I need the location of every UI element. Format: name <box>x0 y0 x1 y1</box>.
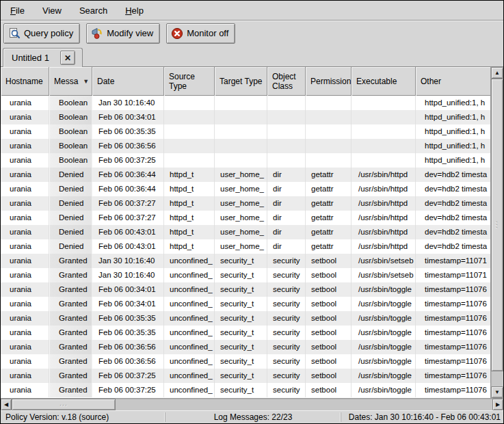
cell-other: timestamp=11076 <box>416 369 490 383</box>
cell-permission <box>306 153 352 168</box>
cell-date: Feb 06 00:36:56 <box>92 340 164 354</box>
cell-permission: getattr <box>306 239 352 254</box>
cell-object_class: security <box>267 311 306 326</box>
cell-message: Denied <box>49 239 92 254</box>
cell-permission: getattr <box>306 211 352 225</box>
table-row[interactable]: uraniaDeniedFeb 06 00:36:44httpd_tuser_h… <box>1 182 490 196</box>
modify-view-button[interactable]: Modify view <box>86 23 160 44</box>
cell-source_type: unconfined_ <box>164 268 215 282</box>
column-header-hostname[interactable]: Hostname <box>1 67 49 96</box>
cell-target_type <box>215 96 267 110</box>
modify-view-icon <box>91 27 103 40</box>
cell-source_type: unconfined_ <box>164 354 215 369</box>
column-header-date[interactable]: Date <box>92 67 164 96</box>
cell-source_type: unconfined_ <box>164 282 215 297</box>
cell-target_type <box>215 124 267 139</box>
cell-date: Feb 06 00:35:35 <box>92 311 164 326</box>
cell-executable: /usr/sbin/httpd <box>352 211 416 225</box>
cell-executable: /usr/sbin/httpd <box>352 168 416 182</box>
column-header-message[interactable]: Messa▼ <box>49 67 92 96</box>
horizontal-scrollbar[interactable]: ◀ ··· ▶ <box>1 398 503 410</box>
cell-object_class <box>267 110 306 124</box>
cell-object_class: security <box>267 383 306 397</box>
cell-source_type <box>164 96 215 110</box>
menu-help[interactable]: Help <box>118 3 150 18</box>
cell-permission <box>306 96 352 110</box>
column-header-executable[interactable]: Executable <box>352 67 416 96</box>
cell-permission: setbool <box>306 297 352 311</box>
table-row[interactable]: uraniaDeniedFeb 06 00:37:27httpd_tuser_h… <box>1 211 490 225</box>
horizontal-scrollbar-trough[interactable] <box>116 399 492 410</box>
table-row[interactable]: uraniaGrantedFeb 06 00:36:56unconfined_s… <box>1 340 490 354</box>
table-row[interactable]: uraniaGrantedFeb 06 00:37:25unconfined_s… <box>1 369 490 383</box>
cell-date: Feb 06 00:36:44 <box>92 182 164 196</box>
cell-target_type: security_t <box>215 311 267 326</box>
cell-target_type: security_t <box>215 383 267 397</box>
table-row[interactable]: uraniaDeniedFeb 06 00:36:44httpd_tuser_h… <box>1 168 490 182</box>
cell-permission: getattr <box>306 168 352 182</box>
tab-untitled-1[interactable]: Untitled 1 ✕ <box>3 48 83 67</box>
dates-status: Dates: Jan 30 10:16:40 - Feb 06 00:43:01 <box>341 412 503 422</box>
table-row[interactable]: uraniaBooleanFeb 06 00:35:35httpd_unifie… <box>1 124 490 139</box>
query-policy-button[interactable]: Query policy <box>3 23 80 44</box>
table-row[interactable]: uraniaDeniedFeb 06 00:37:27httpd_tuser_h… <box>1 196 490 211</box>
table-row[interactable]: uraniaBooleanFeb 06 00:37:25httpd_unifie… <box>1 153 490 168</box>
menu-file[interactable]: File <box>3 3 31 18</box>
table-row[interactable]: uraniaBooleanFeb 06 00:34:01httpd_unifie… <box>1 110 490 124</box>
table-row[interactable]: uraniaGrantedJan 30 10:16:40unconfined_s… <box>1 268 490 282</box>
scroll-right-arrow-icon[interactable]: ▶ <box>492 399 503 410</box>
cell-hostname: urania <box>1 383 49 397</box>
cell-date: Feb 06 00:37:27 <box>92 211 164 225</box>
policy-version-status: Policy Version: v.18 (source) <box>1 412 165 422</box>
log-table: HostnameMessa▼DateSource TypeTarget Type… <box>1 67 490 398</box>
table-row[interactable]: uraniaGrantedFeb 06 00:35:35unconfined_s… <box>1 311 490 326</box>
table-row[interactable]: uraniaGrantedFeb 06 00:36:56unconfined_s… <box>1 354 490 369</box>
cell-date: Feb 06 00:37:25 <box>92 153 164 168</box>
cell-target_type: security_t <box>215 340 267 354</box>
cell-target_type: security_t <box>215 326 267 340</box>
cell-hostname: urania <box>1 110 49 124</box>
cell-message: Denied <box>49 225 92 239</box>
cell-hostname: urania <box>1 168 49 182</box>
table-row[interactable]: uraniaDeniedFeb 06 00:43:01httpd_tuser_h… <box>1 225 490 239</box>
cell-object_class: dir <box>267 196 306 211</box>
cell-source_type: httpd_t <box>164 239 215 254</box>
horizontal-scrollbar-thumb[interactable]: ··· <box>12 399 116 410</box>
cell-other: dev=hdb2 timesta <box>416 211 490 225</box>
cell-source_type <box>164 153 215 168</box>
table-row[interactable]: uraniaGrantedFeb 06 00:37:25unconfined_s… <box>1 383 490 397</box>
table-row[interactable]: uraniaGrantedFeb 06 00:35:35unconfined_s… <box>1 326 490 340</box>
scroll-left-arrow-icon[interactable]: ◀ <box>1 399 12 410</box>
table-row[interactable]: uraniaDeniedFeb 06 00:43:01httpd_tuser_h… <box>1 239 490 254</box>
menu-view[interactable]: View <box>36 3 68 18</box>
column-header-permission[interactable]: Permission <box>306 67 352 96</box>
vertical-scrollbar[interactable]: ▲ ··· ▼ <box>490 67 503 398</box>
table-row[interactable]: uraniaGrantedJan 30 10:16:40unconfined_s… <box>1 254 490 268</box>
cell-other: httpd_unified:1, h <box>416 96 490 110</box>
table-row[interactable]: uraniaBooleanFeb 06 00:36:56httpd_unifie… <box>1 139 490 153</box>
column-header-label: Hostname <box>5 77 43 86</box>
toolbar-button-label: Monitor off <box>187 28 228 38</box>
tab-close-button[interactable]: ✕ <box>60 51 75 65</box>
column-header-source_type[interactable]: Source Type <box>164 67 215 96</box>
cell-permission: getattr <box>306 196 352 211</box>
scroll-up-arrow-icon[interactable]: ▲ <box>491 67 503 79</box>
column-header-label: Source Type <box>169 72 212 92</box>
column-header-target_type[interactable]: Target Type <box>215 67 267 96</box>
vertical-scrollbar-trough[interactable] <box>491 371 503 386</box>
app-window: FileViewSearchHelp Query policyModify vi… <box>0 0 504 424</box>
scroll-down-arrow-icon[interactable]: ▼ <box>491 386 503 398</box>
vertical-scrollbar-thumb[interactable]: ··· <box>491 79 503 371</box>
table-row[interactable]: uraniaBooleanJan 30 10:16:40httpd_unifie… <box>1 96 490 110</box>
cell-executable <box>352 153 416 168</box>
cell-object_class: security <box>267 340 306 354</box>
table-row[interactable]: uraniaGrantedFeb 06 00:34:01unconfined_s… <box>1 282 490 297</box>
monitor-off-button[interactable]: Monitor off <box>166 23 235 44</box>
cell-target_type: user_home_ <box>215 182 267 196</box>
menu-search[interactable]: Search <box>72 3 114 18</box>
cell-target_type: security_t <box>215 282 267 297</box>
column-header-object_class[interactable]: Object Class <box>267 67 306 96</box>
table-row[interactable]: uraniaGrantedFeb 06 00:34:01unconfined_s… <box>1 297 490 311</box>
column-header-other[interactable]: Other <box>416 67 490 96</box>
cell-target_type <box>215 153 267 168</box>
